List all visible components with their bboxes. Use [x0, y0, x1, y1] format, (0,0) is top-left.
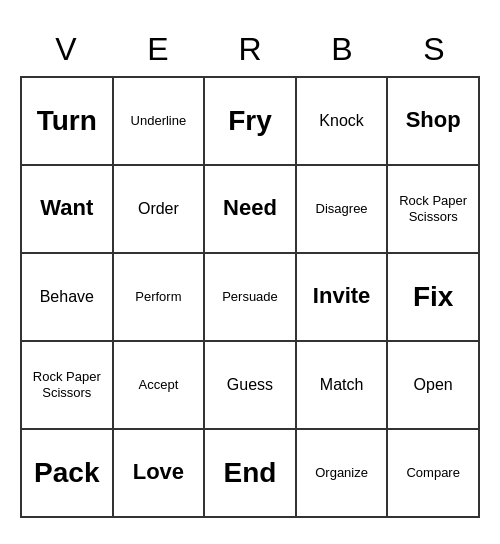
cell-text: Accept — [139, 377, 179, 393]
cell-0-3: Knock — [297, 78, 389, 166]
cell-text: Shop — [406, 107, 461, 133]
grid: TurnUnderlineFryKnockShopWantOrderNeedDi… — [20, 76, 480, 518]
cell-text: End — [224, 456, 277, 490]
cell-3-3: Match — [297, 342, 389, 430]
cell-text: Rock Paper Scissors — [26, 369, 108, 400]
cell-text: Perform — [135, 289, 181, 305]
header-row: VERBS — [20, 27, 480, 72]
cell-0-1: Underline — [114, 78, 206, 166]
cell-1-1: Order — [114, 166, 206, 254]
cell-text: Persuade — [222, 289, 278, 305]
cell-2-0: Behave — [22, 254, 114, 342]
cell-4-2: End — [205, 430, 297, 518]
header-letter: V — [20, 27, 112, 72]
cell-text: Fix — [413, 280, 453, 314]
cell-text: Order — [138, 199, 179, 218]
cell-3-1: Accept — [114, 342, 206, 430]
bingo-card: VERBS TurnUnderlineFryKnockShopWantOrder… — [10, 17, 490, 528]
cell-text: Love — [133, 459, 184, 485]
header-letter: E — [112, 27, 204, 72]
header-letter: B — [296, 27, 388, 72]
cell-3-2: Guess — [205, 342, 297, 430]
cell-2-2: Persuade — [205, 254, 297, 342]
cell-0-4: Shop — [388, 78, 480, 166]
cell-4-1: Love — [114, 430, 206, 518]
cell-text: Guess — [227, 375, 273, 394]
cell-text: Knock — [319, 111, 363, 130]
cell-4-3: Organize — [297, 430, 389, 518]
cell-text: Invite — [313, 283, 370, 309]
cell-text: Open — [414, 375, 453, 394]
cell-text: Match — [320, 375, 364, 394]
cell-text: Underline — [131, 113, 187, 129]
cell-text: Rock Paper Scissors — [392, 193, 474, 224]
cell-text: Disagree — [316, 201, 368, 217]
cell-text: Turn — [37, 104, 97, 138]
cell-3-4: Open — [388, 342, 480, 430]
cell-0-2: Fry — [205, 78, 297, 166]
cell-1-3: Disagree — [297, 166, 389, 254]
cell-1-2: Need — [205, 166, 297, 254]
cell-text: Compare — [406, 465, 459, 481]
header-letter: R — [204, 27, 296, 72]
cell-text: Fry — [228, 104, 272, 138]
cell-1-4: Rock Paper Scissors — [388, 166, 480, 254]
cell-text: Organize — [315, 465, 368, 481]
cell-3-0: Rock Paper Scissors — [22, 342, 114, 430]
cell-0-0: Turn — [22, 78, 114, 166]
cell-text: Need — [223, 195, 277, 221]
cell-2-1: Perform — [114, 254, 206, 342]
header-letter: S — [388, 27, 480, 72]
cell-1-0: Want — [22, 166, 114, 254]
cell-2-4: Fix — [388, 254, 480, 342]
cell-text: Behave — [40, 287, 94, 306]
cell-2-3: Invite — [297, 254, 389, 342]
cell-text: Pack — [34, 456, 99, 490]
cell-4-0: Pack — [22, 430, 114, 518]
cell-text: Want — [40, 195, 93, 221]
cell-4-4: Compare — [388, 430, 480, 518]
